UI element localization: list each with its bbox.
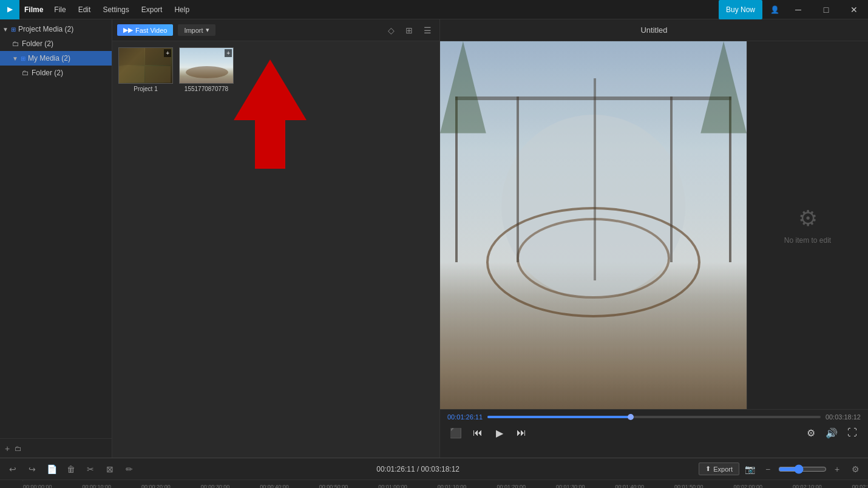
media-toolbar: ▶▶ Fast Video Import ▾ ◇ ⊞ ☰: [112, 19, 439, 41]
fullscreen-button[interactable]: ⛶: [844, 424, 861, 441]
timeline-body: ⊞ 🔒 ⊞ 🔒 🔊 🔒 🎵 🔒 00:00:00:00 00:00:10:00: [0, 480, 868, 488]
tree-label-folder-2: Folder (2): [32, 69, 63, 77]
crop-button[interactable]: ⊠: [102, 461, 118, 477]
menu-edit[interactable]: Edit: [72, 0, 97, 19]
add-folder-button[interactable]: 🗀: [15, 444, 22, 453]
redo-button[interactable]: ↪: [24, 461, 40, 477]
ruler-tick-3: 00:00:30:00: [201, 484, 230, 489]
ruler-tick-13: 00:02:10:00: [793, 484, 822, 489]
time-row: 00:01:26:11 00:03:18:12: [447, 413, 861, 421]
media-content: + Project 1 + 1551770870778: [112, 41, 439, 458]
menu-export[interactable]: Export: [135, 0, 169, 19]
import-button[interactable]: Import ▾: [178, 24, 215, 36]
progress-bar[interactable]: [487, 416, 821, 418]
tree-item-project-media[interactable]: ▼ ⊞ Project Media (2): [0, 22, 112, 36]
playback-controls: ⬛ ⏮ ▶ ⏭ ⚙ 🔊 ⛶: [447, 424, 861, 441]
timeline: ↩ ↪ 📄 🗑 ✂ ⊠ ✏ 00:01:26:11 / 00:03:18:12 …: [0, 458, 868, 488]
tree-item-my-media[interactable]: ▼ ⊞ My Media (2): [0, 51, 112, 66]
right-section: Untitled: [440, 19, 868, 458]
media-item-project1[interactable]: + Project 1: [118, 47, 173, 92]
ruler-tick-11: 00:01:50:00: [674, 484, 704, 489]
tree-label-project-media: Project Media (2): [18, 25, 73, 33]
app-icon: ▶: [0, 0, 19, 19]
svg-marker-0: [234, 59, 307, 169]
import-label: Import: [184, 27, 203, 34]
add-media-button[interactable]: +: [5, 444, 10, 453]
video-frame: [440, 41, 747, 409]
media-thumbnail-project1: +: [118, 47, 173, 84]
buy-now-button[interactable]: Buy Now: [719, 0, 762, 19]
zoom-in-button[interactable]: +: [829, 461, 845, 477]
edit-button[interactable]: ✏: [121, 461, 137, 477]
split-button[interactable]: ✂: [83, 461, 98, 477]
media-add-button-project1[interactable]: +: [164, 49, 171, 57]
timeline-right-controls: ⬆ Export 📷 − + ⚙: [699, 461, 863, 477]
delete-button[interactable]: 🗑: [63, 461, 79, 477]
preview-title-text: Untitled: [640, 25, 667, 35]
media-view-controls: ◇ ⊞ ☰: [384, 23, 435, 38]
media-thumbnail-1551770870778: +: [179, 47, 234, 84]
prev-frame-button[interactable]: ⏮: [469, 424, 486, 441]
app-name-label: Filme: [19, 5, 48, 14]
user-icon[interactable]: 👤: [765, 0, 784, 19]
fast-video-button[interactable]: ▶▶ Fast Video: [117, 24, 173, 36]
ruler-tick-6: 00:01:00:00: [378, 484, 407, 489]
progress-thumb: [628, 414, 634, 420]
export-button[interactable]: ⬆ Export: [699, 463, 739, 475]
timeline-toolbar: ↩ ↪ 📄 🗑 ✂ ⊠ ✏ 00:01:26:11 / 00:03:18:12 …: [0, 458, 868, 480]
project-tree: ▼ ⊞ Project Media (2) 🗀 Folder (2) ▼ ⊞ M…: [0, 19, 112, 438]
timeline-scroll-area[interactable]: 00:00:00:00 00:00:10:00 00:00:20:00 00:0…: [23, 480, 868, 488]
play-button[interactable]: ▶: [491, 424, 508, 441]
media-add-button-1551770870778[interactable]: +: [225, 49, 232, 57]
add-track-button[interactable]: 📄: [44, 461, 59, 477]
stop-button[interactable]: ⬛: [447, 424, 464, 441]
ruler-tick-4: 00:00:40:00: [260, 484, 289, 489]
diamond-icon[interactable]: ◇: [384, 23, 398, 38]
media-item-1551770870778[interactable]: + 1551770870778: [179, 47, 234, 92]
tree-toggle-my-media: ▼: [12, 55, 18, 62]
folder-icon-2: 🗀: [22, 69, 29, 77]
timeline-ruler: 00:00:00:00 00:00:10:00 00:00:20:00 00:0…: [23, 480, 868, 488]
volume-button[interactable]: 🔊: [823, 424, 840, 441]
track-labels: ⊞ 🔒 ⊞ 🔒 🔊 🔒 🎵 🔒: [0, 480, 23, 488]
window-controls: Buy Now 👤 ─ □ ✕: [719, 0, 868, 19]
import-chevron-icon: ▾: [206, 26, 209, 34]
zoom-slider[interactable]: [778, 464, 827, 474]
preview-title-bar: Untitled: [440, 19, 868, 41]
ruler-tick-2: 00:00:20:00: [141, 484, 171, 489]
settings-icon-button[interactable]: ⚙: [802, 424, 819, 441]
close-button[interactable]: ✕: [840, 0, 868, 19]
tree-toggle-project-media: ▼: [2, 26, 8, 33]
left-panel-bottom: + 🗀: [0, 438, 112, 458]
zoom-out-button[interactable]: −: [760, 461, 776, 477]
app-icon-text: ▶: [7, 5, 12, 13]
snapshot-button[interactable]: 📷: [742, 461, 758, 477]
folder-icon-1: 🗀: [12, 39, 19, 48]
titlebar: ▶ Filme File Edit Settings Export Help B…: [0, 0, 868, 19]
tree-item-folder-2[interactable]: 🗀 Folder (2): [0, 66, 112, 80]
ruler-tick-0: 00:00:00:00: [23, 484, 52, 489]
menu-settings[interactable]: Settings: [97, 0, 135, 19]
menu-help[interactable]: Help: [168, 0, 195, 19]
undo-button[interactable]: ↩: [5, 461, 21, 477]
ruler-tick-9: 00:01:30:00: [556, 484, 585, 489]
timeline-settings-button[interactable]: ⚙: [847, 461, 863, 477]
timeline-time-display: 00:01:26:11 / 00:03:18:12: [376, 465, 459, 473]
tree-item-folder-1[interactable]: 🗀 Folder (2): [0, 36, 112, 51]
ruler-tick-14: 00:02:20:00: [852, 484, 868, 489]
fast-video-label: Fast Video: [135, 27, 167, 34]
ruler-tick-12: 00:02:00:00: [734, 484, 763, 489]
current-time-display: 00:01:26:11: [447, 413, 483, 421]
tree-label-my-media: My Media (2): [28, 54, 70, 63]
list-view-icon[interactable]: ☰: [420, 23, 435, 38]
next-frame-button[interactable]: ⏭: [513, 424, 530, 441]
menu-file[interactable]: File: [48, 0, 72, 19]
grid-view-icon[interactable]: ⊞: [402, 23, 416, 38]
minimize-button[interactable]: ─: [784, 0, 812, 19]
preview-settings: ⚙ 🔊 ⛶: [802, 424, 861, 441]
maximize-button[interactable]: □: [812, 0, 840, 19]
export-arrow-icon: ⬆: [705, 465, 711, 473]
red-arrow-svg: [234, 59, 307, 169]
ruler-tick-1: 00:00:10:00: [83, 484, 112, 489]
media-label-1551770870778: 1551770870778: [179, 86, 234, 92]
